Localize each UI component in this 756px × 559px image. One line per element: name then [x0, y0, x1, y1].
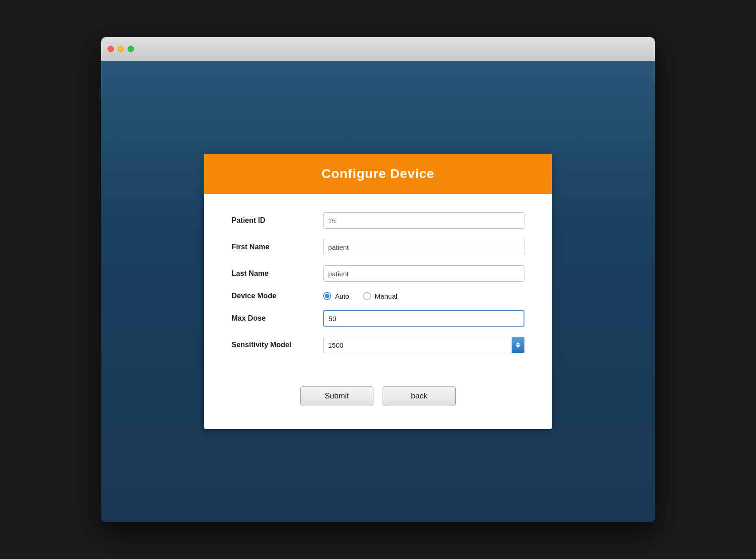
last-name-row: Last Name	[232, 265, 524, 282]
first-name-row: First Name	[232, 239, 524, 255]
window-content: Configure Device Patient ID First Name L…	[101, 61, 655, 522]
max-dose-row: Max Dose	[232, 310, 524, 327]
max-dose-input[interactable]	[323, 310, 524, 327]
sensitivity-model-select[interactable]: 1500 1000 2000 2500	[323, 337, 524, 353]
auto-radio-option[interactable]: Auto	[323, 292, 349, 300]
first-name-label: First Name	[232, 243, 323, 251]
form-container: Configure Device Patient ID First Name L…	[204, 154, 552, 429]
maximize-button[interactable]	[128, 46, 134, 52]
form-footer: Submit back	[204, 386, 552, 429]
auto-radio-label: Auto	[335, 292, 349, 300]
max-dose-label: Max Dose	[232, 314, 323, 322]
device-mode-row: Device Mode Auto Manual	[232, 292, 524, 300]
form-title: Configure Device	[213, 167, 543, 181]
close-button[interactable]	[108, 46, 114, 52]
device-mode-label: Device Mode	[232, 292, 323, 300]
patient-id-input[interactable]	[323, 212, 524, 229]
sensitivity-model-row: Sensitivity Model 1500 1000 2000 2500	[232, 337, 524, 353]
submit-button[interactable]: Submit	[300, 386, 373, 406]
manual-radio-label: Manual	[375, 292, 397, 300]
first-name-input[interactable]	[323, 239, 524, 255]
manual-radio-option[interactable]: Manual	[363, 292, 397, 300]
title-bar	[101, 37, 655, 61]
device-mode-radio-group: Auto Manual	[323, 292, 524, 300]
patient-id-label: Patient ID	[232, 216, 323, 225]
sensitivity-model-wrapper: 1500 1000 2000 2500	[323, 337, 524, 353]
back-button[interactable]: back	[383, 386, 456, 406]
auto-radio-circle[interactable]	[323, 292, 331, 300]
minimize-button[interactable]	[118, 46, 124, 52]
sensitivity-model-label: Sensitivity Model	[232, 341, 323, 349]
last-name-input[interactable]	[323, 265, 524, 282]
form-header: Configure Device	[204, 154, 552, 194]
manual-radio-circle[interactable]	[363, 292, 371, 300]
form-body: Patient ID First Name Last Name Device M…	[204, 194, 552, 386]
last-name-label: Last Name	[232, 269, 323, 278]
mac-window: Configure Device Patient ID First Name L…	[101, 37, 655, 522]
patient-id-row: Patient ID	[232, 212, 524, 229]
